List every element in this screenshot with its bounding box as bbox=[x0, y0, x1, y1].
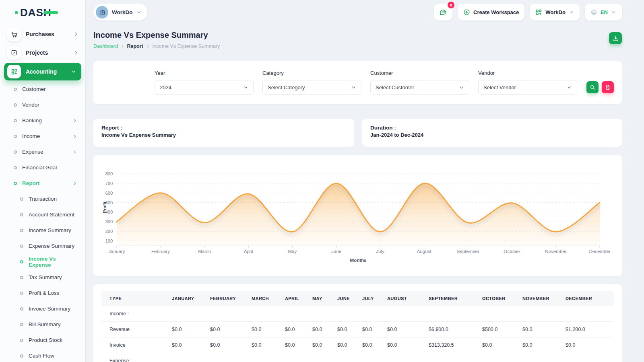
messages-button[interactable]: 0 bbox=[434, 4, 452, 21]
chevron-down-icon bbox=[569, 10, 574, 15]
customer-select[interactable]: Select Customer bbox=[370, 80, 469, 95]
income-expense-table: TYPEJANUARYFEBRUARYMARCHAPRILMAYJUNEJULY… bbox=[101, 291, 614, 362]
apply-filter-button[interactable] bbox=[586, 81, 599, 93]
sidebar-reportitem-income-vs-expense[interactable]: Income Vs Expense bbox=[0, 254, 85, 269]
table-cell: $0.0 bbox=[308, 337, 333, 353]
table-header-cell: SEPTEMBER bbox=[425, 291, 478, 306]
bullet-icon bbox=[20, 354, 23, 358]
chat-icon bbox=[439, 8, 447, 16]
breadcrumb-dashboard[interactable]: Dashboard bbox=[93, 43, 118, 49]
app-logo[interactable]: DASH bbox=[0, 0, 85, 25]
customer-select-value: Select Customer bbox=[376, 84, 414, 90]
year-label: Year bbox=[155, 70, 254, 76]
sidebar-reportitem-label: Bill Summary bbox=[29, 321, 61, 327]
income-expense-chart: 100200300400500600700800JanuaryFebruaryM… bbox=[101, 161, 614, 270]
vendor-select[interactable]: Select Vendor bbox=[478, 80, 577, 95]
duration-label: Duration : bbox=[370, 125, 614, 131]
table-cell: $0.0 bbox=[358, 337, 383, 353]
sidebar-reportitem-expense-summary[interactable]: Expense Summary bbox=[0, 238, 85, 254]
sidebar-reportitem-profit-loss[interactable]: Profit & Loss bbox=[0, 285, 85, 301]
sidebar-subitem-customer[interactable]: Customer bbox=[0, 81, 85, 97]
bullet-icon bbox=[20, 245, 23, 248]
sidebar-subitem-vendor[interactable]: Vendor bbox=[0, 97, 85, 113]
chevron-down-icon bbox=[136, 10, 142, 15]
sidebar-subitem-financial-goal[interactable]: Financial Goal bbox=[0, 160, 85, 175]
y-tick-label: 100 bbox=[105, 239, 113, 243]
building-icon bbox=[99, 9, 105, 15]
chevron-down-icon bbox=[611, 10, 616, 15]
table-header-cell: JUNE bbox=[333, 291, 358, 306]
sidebar-reportitem-transaction[interactable]: Transaction bbox=[0, 191, 85, 207]
messages-badge: 0 bbox=[448, 2, 454, 8]
language-label: EN bbox=[601, 9, 608, 15]
sidebar-reportitem-invoice-summary[interactable]: Invoice Summary bbox=[0, 301, 85, 317]
filter-panel: Year 2024 Category Select Category Custo… bbox=[93, 61, 622, 104]
table-cell: $1,200.0 bbox=[561, 322, 614, 337]
x-tick-label: June bbox=[331, 249, 341, 254]
workdo-menu-button[interactable]: WorkDo bbox=[530, 4, 580, 21]
table-cell: $0.0 bbox=[248, 337, 281, 353]
table-header-cell: DECEMBER bbox=[561, 291, 614, 306]
sidebar-reportitem-account-statement[interactable]: Account Statement bbox=[0, 207, 85, 222]
report-label: Report : bbox=[101, 125, 346, 131]
sidebar-reportitem-cash-flow[interactable]: Cash Flow bbox=[0, 348, 85, 362]
table-row: Revenue$0.0$0.0$0.0$0.0$0.0$0.0$0.0$0.0$… bbox=[101, 322, 614, 337]
workspace-switcher[interactable]: WorkDo bbox=[93, 4, 147, 21]
breadcrumb-report[interactable]: Report bbox=[127, 43, 143, 49]
download-button[interactable] bbox=[609, 32, 622, 44]
table-cell: $0.0 bbox=[281, 322, 308, 337]
sidebar-subitem-label: Report bbox=[22, 180, 40, 186]
bullet-icon bbox=[14, 166, 17, 169]
sidebar-item-projects[interactable]: Projects bbox=[0, 43, 85, 62]
year-field: Year 2024 bbox=[155, 70, 254, 95]
bullet-icon bbox=[20, 292, 23, 295]
category-select-value: Select Category bbox=[268, 84, 305, 90]
breadcrumb-separator: › bbox=[122, 43, 123, 49]
chevron-right-icon bbox=[72, 181, 77, 186]
table-cell: $0.0 bbox=[478, 337, 518, 353]
sidebar-reportitem-bill-summary[interactable]: Bill Summary bbox=[0, 317, 85, 332]
sidebar-subitem-label: Income bbox=[22, 133, 40, 139]
bullet-icon bbox=[14, 135, 17, 138]
topbar-actions: 0 Create Workspace WorkDo EN bbox=[434, 4, 622, 21]
report-value: Income Vs Expense Summary bbox=[101, 132, 346, 138]
sidebar-subitem-report[interactable]: Report bbox=[0, 175, 85, 191]
sidebar-nav: Purchases Projects Accounting Customer V… bbox=[0, 25, 85, 362]
table-section-row: Income : bbox=[101, 306, 614, 322]
create-workspace-button[interactable]: Create Workspace bbox=[458, 4, 524, 21]
sidebar-item-purchases[interactable]: Purchases bbox=[0, 25, 85, 43]
table-cell: $0.0 bbox=[383, 337, 425, 353]
sidebar-subitem-expense[interactable]: Expense bbox=[0, 144, 85, 160]
sidebar-reportitem-income-summary[interactable]: Income Summary bbox=[0, 222, 85, 238]
category-select[interactable]: Select Category bbox=[262, 80, 361, 95]
sidebar-subitem-label: Banking bbox=[22, 117, 42, 123]
sidebar-reportitem-label: Profit & Loss bbox=[29, 290, 60, 296]
sidebar-reportitem-product-stock[interactable]: Product Stock bbox=[0, 332, 85, 348]
sidebar-subitem-income[interactable]: Income bbox=[0, 128, 85, 144]
table-header-cell: MARCH bbox=[248, 291, 281, 306]
page-header: Income Vs Expense Summary Dashboard › Re… bbox=[93, 31, 622, 49]
row-label-cell: Invoice bbox=[101, 337, 168, 353]
reset-filter-button[interactable] bbox=[602, 81, 614, 93]
table-header-cell: TYPE bbox=[101, 291, 168, 306]
search-icon bbox=[590, 84, 595, 90]
sidebar-reportitem-label: Product Stock bbox=[29, 337, 62, 343]
download-icon bbox=[613, 35, 619, 41]
sidebar-item-label: Projects bbox=[26, 49, 48, 56]
y-axis-title: Profit bbox=[102, 202, 107, 213]
year-select[interactable]: 2024 bbox=[155, 80, 254, 95]
sidebar-reportitem-tax-summary[interactable]: Tax Summary bbox=[0, 269, 85, 285]
x-tick-label: February bbox=[151, 249, 170, 254]
language-selector[interactable]: EN bbox=[585, 4, 622, 21]
main-area: WorkDo 0 Create Workspace WorkDo EN bbox=[85, 0, 644, 362]
sidebar-item-accounting[interactable]: Accounting bbox=[4, 63, 81, 80]
chevron-down-icon bbox=[351, 85, 356, 90]
table-section-label: Income : bbox=[101, 306, 614, 322]
x-tick-label: May bbox=[288, 249, 297, 254]
sidebar-subitem-banking[interactable]: Banking bbox=[0, 113, 85, 128]
sidebar-subitem-label: Customer bbox=[22, 86, 46, 92]
sidebar-reportitem-label: Income Vs Expense bbox=[29, 256, 77, 268]
customer-label: Customer bbox=[370, 70, 469, 76]
table-cell: $0.0 bbox=[206, 337, 248, 353]
table-cell: $0.0 bbox=[281, 337, 308, 353]
